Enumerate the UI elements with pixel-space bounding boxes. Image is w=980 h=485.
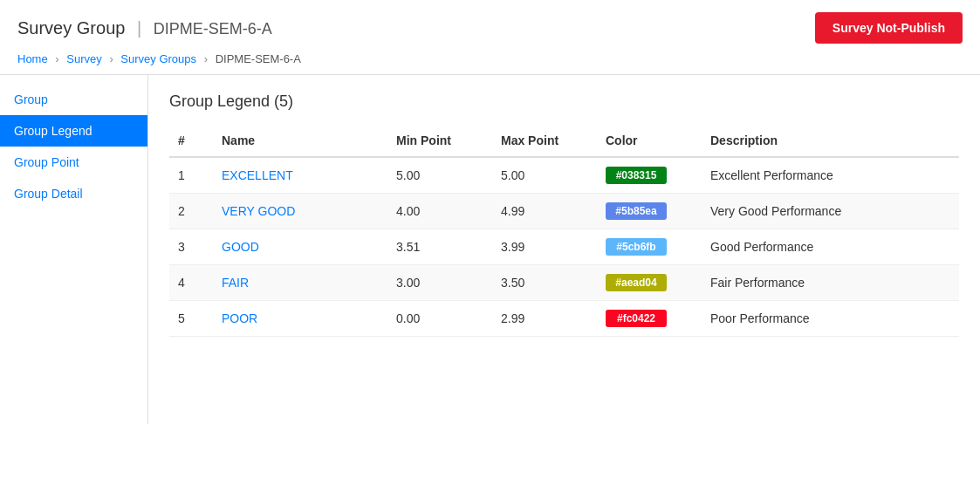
sidebar-item-group-detail[interactable]: Group Detail: [0, 178, 147, 209]
cell-min: 3.51: [387, 229, 492, 265]
table-row: 1EXCELLENT5.005.00#038315Excellent Perfo…: [169, 157, 959, 194]
breadcrumb-survey-groups[interactable]: Survey Groups: [120, 52, 196, 65]
group-id-text: DIPME-SEM-6-A: [154, 20, 272, 38]
cell-max: 3.50: [492, 265, 597, 301]
breadcrumb-home[interactable]: Home: [17, 52, 48, 65]
cell-num: 3: [169, 229, 213, 265]
cell-min: 0.00: [387, 301, 492, 337]
cell-name: GOOD: [213, 229, 387, 265]
color-badge: #fc0422: [606, 310, 667, 327]
title-text: Survey Group: [17, 18, 125, 38]
cell-color: #aead04: [597, 265, 702, 301]
page-header: Survey Group | DIPME-SEM-6-A Survey Not-…: [0, 0, 980, 49]
color-badge: #038315: [606, 167, 667, 184]
cell-num: 5: [169, 301, 213, 337]
cell-description: Fair Performance: [702, 265, 959, 301]
cell-max: 4.99: [492, 194, 597, 229]
cell-description: Poor Performance: [702, 301, 959, 337]
content-area: Group Group Legend Group Point Group Det…: [0, 75, 980, 424]
section-title: Group Legend (5): [169, 92, 959, 111]
table-header: # Name Min Point Max Point Color Descrip…: [169, 125, 959, 157]
cell-description: Excellent Performance: [702, 157, 959, 194]
cell-color: #5cb6fb: [597, 229, 702, 265]
cell-color: #038315: [597, 157, 702, 194]
col-header-max: Max Point: [492, 125, 597, 157]
sidebar-item-group-point[interactable]: Group Point: [0, 147, 147, 178]
col-header-min: Min Point: [387, 125, 492, 157]
cell-max: 2.99: [492, 301, 597, 337]
sidebar-item-group[interactable]: Group: [0, 84, 147, 115]
page-title: Survey Group | DIPME-SEM-6-A: [17, 18, 272, 38]
color-badge: #aead04: [606, 274, 667, 291]
cell-num: 4: [169, 265, 213, 301]
cell-num: 1: [169, 157, 213, 194]
table-row: 3GOOD3.513.99#5cb6fbGood Performance: [169, 229, 959, 265]
col-header-num: #: [169, 125, 213, 157]
cell-color: #5b85ea: [597, 194, 702, 229]
name-link[interactable]: EXCELLENT: [222, 168, 293, 182]
cell-name: FAIR: [213, 265, 387, 301]
cell-name: VERY GOOD: [213, 194, 387, 229]
cell-max: 5.00: [492, 157, 597, 194]
cell-max: 3.99: [492, 229, 597, 265]
cell-min: 5.00: [387, 157, 492, 194]
color-badge: #5cb6fb: [606, 238, 667, 256]
sidebar-item-group-legend[interactable]: Group Legend: [0, 115, 147, 147]
main-content: Group Legend (5) # Name Min Point Max Po…: [148, 75, 980, 424]
name-link[interactable]: FAIR: [222, 276, 249, 290]
cell-description: Good Performance: [702, 229, 959, 265]
col-header-color: Color: [597, 125, 702, 157]
cell-description: Very Good Performance: [702, 194, 959, 229]
table-body: 1EXCELLENT5.005.00#038315Excellent Perfo…: [169, 157, 959, 337]
legend-table: # Name Min Point Max Point Color Descrip…: [169, 125, 959, 337]
cell-name: EXCELLENT: [213, 157, 387, 194]
cell-min: 4.00: [387, 194, 492, 229]
table-row: 4FAIR3.003.50#aead04Fair Performance: [169, 265, 959, 301]
breadcrumb: Home › Survey › Survey Groups › DIPME-SE…: [0, 49, 980, 74]
title-pipe: |: [137, 18, 141, 38]
cell-color: #fc0422: [597, 301, 702, 337]
name-link[interactable]: VERY GOOD: [222, 204, 295, 218]
survey-not-publish-button[interactable]: Survey Not-Publish: [815, 12, 963, 44]
cell-name: POOR: [213, 301, 387, 337]
color-badge: #5b85ea: [606, 202, 667, 220]
table-row: 5POOR0.002.99#fc0422Poor Performance: [169, 301, 959, 337]
cell-min: 3.00: [387, 265, 492, 301]
name-link[interactable]: POOR: [222, 311, 257, 325]
cell-num: 2: [169, 194, 213, 229]
breadcrumb-sep-3: ›: [204, 52, 208, 65]
col-header-desc: Description: [702, 125, 959, 157]
breadcrumb-survey[interactable]: Survey: [66, 52, 101, 65]
sidebar: Group Group Legend Group Point Group Det…: [0, 75, 148, 424]
table-row: 2VERY GOOD4.004.99#5b85eaVery Good Perfo…: [169, 194, 959, 229]
breadcrumb-current: DIPME-SEM-6-A: [216, 52, 301, 65]
col-header-name: Name: [213, 125, 387, 157]
breadcrumb-sep-1: ›: [55, 52, 58, 65]
breadcrumb-sep-2: ›: [109, 52, 113, 65]
name-link[interactable]: GOOD: [222, 240, 259, 254]
